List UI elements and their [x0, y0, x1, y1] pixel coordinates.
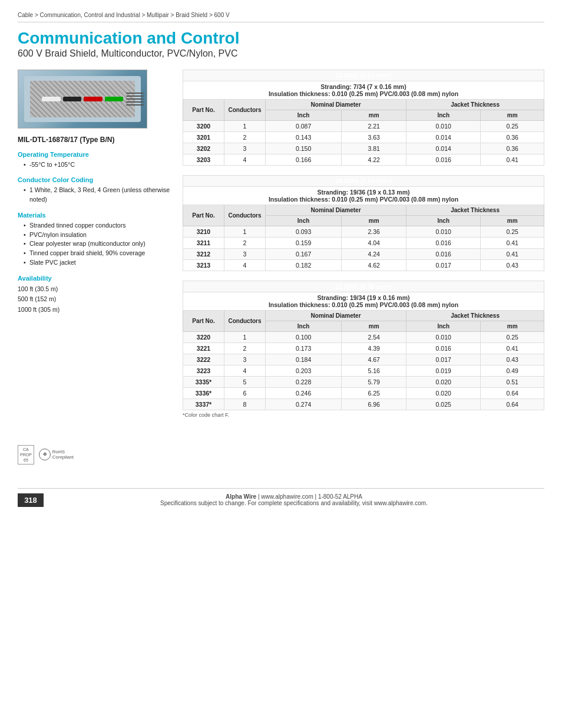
table-cell: 0.184	[266, 354, 342, 365]
table-cell: 2.36	[342, 226, 406, 237]
table-cell: 6.25	[342, 387, 406, 398]
table-cell: 4	[224, 365, 266, 376]
table-cell: 0.020	[406, 387, 481, 398]
table-cell: 4.04	[342, 237, 406, 248]
th-nominal-diameter: Nominal Diameter	[266, 99, 406, 110]
table-cell: 3.81	[342, 143, 406, 154]
table-cell: 3	[224, 143, 266, 154]
table-cell: 0.43	[481, 259, 544, 271]
table-cell: 0.36	[481, 143, 544, 154]
table-cell: 0.014	[406, 131, 481, 143]
table-row: 322120.1734.390.0160.41	[183, 342, 544, 354]
th-conductors: Conductors	[224, 99, 266, 120]
th-partno: Part No.	[183, 205, 224, 226]
table-22awg: 22 AWG (0.38 mm²) Stranding: 19/34 (19 x…	[183, 281, 544, 418]
table-cell: 0.100	[266, 331, 342, 342]
th-jacket-thickness: Jacket Thickness	[406, 205, 544, 215]
th-inch: Inch	[266, 215, 342, 226]
table-26awg-stranding: Stranding: 7/34 (7 x 0.16 mm) Insulation…	[183, 81, 544, 99]
table-cell: 0.016	[406, 154, 481, 165]
table-row: 3335*50.2285.790.0200.51	[183, 376, 544, 387]
table-cell: 0.087	[266, 120, 342, 131]
th-inch2: Inch	[406, 110, 481, 120]
table-row: 320230.1503.810.0140.36	[183, 143, 544, 154]
th-inch: Inch	[266, 321, 342, 331]
table-cell: 0.64	[481, 398, 544, 410]
table-cell: 0.41	[481, 342, 544, 354]
website: www.alphawire.com	[261, 493, 313, 500]
table-cell: 0.016	[406, 248, 481, 259]
th-jacket-thickness: Jacket Thickness	[406, 99, 544, 110]
table-26awg-header: 26 AWG (0.14 mm²)	[183, 70, 544, 81]
table-cell: 0.173	[266, 342, 342, 354]
table-cell: 5	[224, 376, 266, 387]
table-cell: 5.79	[342, 376, 406, 387]
table-cell: 6.96	[342, 398, 406, 410]
table-cell: 0.159	[266, 237, 342, 248]
th-partno: Part No.	[183, 310, 224, 331]
table-cell: 3336*	[183, 387, 224, 398]
page-number: 318	[18, 493, 44, 507]
table-row: 322230.1844.670.0170.43	[183, 354, 544, 365]
operating-temp-list: -55°C to +105°C	[18, 160, 171, 170]
table-cell: 8	[224, 398, 266, 410]
ca-prop65-logo: CA PROP 65	[18, 445, 34, 465]
th-inch2: Inch	[406, 321, 481, 331]
table-row: 320120.1433.630.0140.36	[183, 131, 544, 143]
materials-heading: Materials	[18, 212, 171, 219]
table-cell: 0.093	[266, 226, 342, 237]
table-cell: 0.167	[266, 248, 342, 259]
conductor-color-heading: Conductor Color Coding	[18, 176, 171, 183]
table-cell: 4.39	[342, 342, 406, 354]
rohs-logo: ♻ RoHSCompliant	[39, 449, 74, 460]
table-cell: 0.228	[266, 376, 342, 387]
rohs-label: RoHSCompliant	[52, 449, 74, 460]
list-item: Tinned copper braid shield, 90% coverage	[24, 249, 171, 258]
logos-area: CA PROP 65 ♻ RoHSCompliant	[18, 445, 544, 465]
table-cell: 3201	[183, 131, 224, 143]
table-cell: 0.64	[481, 387, 544, 398]
table-cell: 0.016	[406, 237, 481, 248]
availability-heading: Availability	[18, 275, 171, 282]
table-cell: 0.010	[406, 226, 481, 237]
conductor-color-list: 1 White, 2 Black, 3 Red, 4 Green (unless…	[18, 186, 171, 205]
table-cell: 0.25	[481, 226, 544, 237]
table-cell: 3	[224, 248, 266, 259]
th-nominal-diameter: Nominal Diameter	[266, 205, 406, 215]
mil-label: MIL-DTL-16878/17 (Type B/N)	[18, 136, 171, 144]
table-cell: 3335*	[183, 376, 224, 387]
table-cell: 3222	[183, 354, 224, 365]
th-mm: mm	[342, 110, 406, 120]
company-name: Alpha Wire	[226, 493, 256, 500]
table-cell: 3210	[183, 226, 224, 237]
table-cell: 0.36	[481, 131, 544, 143]
table-22awg-stranding: Stranding: 19/34 (19 x 0.16 mm) Insulati…	[183, 292, 544, 310]
table-row: 322010.1002.540.0100.25	[183, 331, 544, 342]
table-cell: 3211	[183, 237, 224, 248]
table-cell: 0.43	[481, 354, 544, 365]
table-row: 321230.1674.240.0160.41	[183, 248, 544, 259]
avail-item: 100 ft (30.5 m)	[18, 284, 171, 295]
cable-diagram	[18, 70, 147, 129]
table-cell: 0.274	[266, 398, 342, 410]
table-cell: 0.203	[266, 365, 342, 376]
table-row: 321010.0932.360.0100.25	[183, 226, 544, 237]
breadcrumb: Cable > Communication, Control and Indus…	[18, 12, 544, 22]
table-cell: 0.010	[406, 120, 481, 131]
table-cell: 3220	[183, 331, 224, 342]
materials-list: Stranded tinned copper conductors PVC/ny…	[18, 221, 171, 268]
table-26awg: 26 AWG (0.14 mm²) Stranding: 7/34 (7 x 0…	[183, 70, 544, 166]
th-mm2: mm	[481, 110, 544, 120]
table-cell: 0.41	[481, 248, 544, 259]
table-cell: 4.62	[342, 259, 406, 271]
table-cell: 0.51	[481, 376, 544, 387]
table-cell: 3223	[183, 365, 224, 376]
table-cell: 3202	[183, 143, 224, 154]
th-mm: mm	[342, 321, 406, 331]
table-cell: 1	[224, 331, 266, 342]
table-cell: 1	[224, 120, 266, 131]
table-row: 322340.2035.160.0190.49	[183, 365, 544, 376]
table-row: 321120.1594.040.0160.41	[183, 237, 544, 248]
footer-info: Alpha Wire | www.alphawire.com | 1-800-5…	[44, 493, 544, 506]
table-cell: 3212	[183, 248, 224, 259]
